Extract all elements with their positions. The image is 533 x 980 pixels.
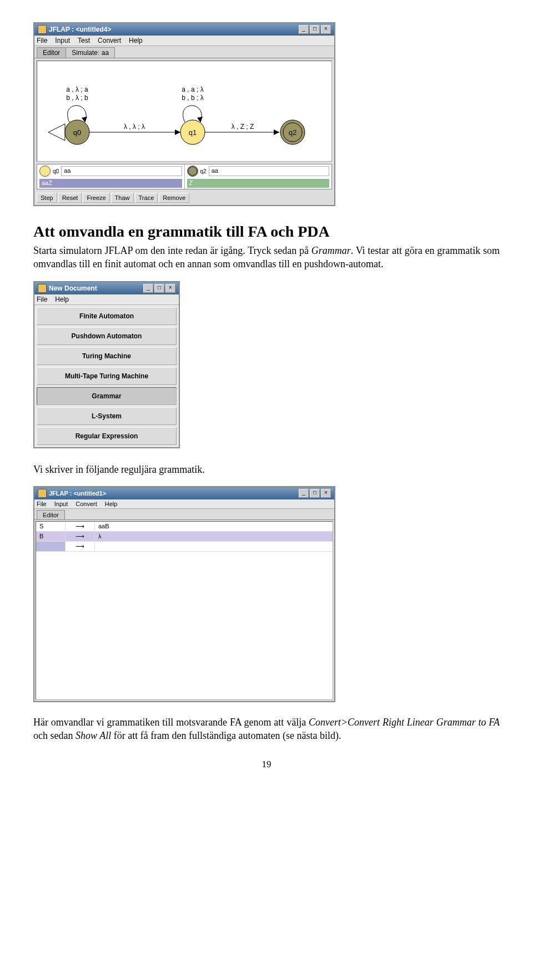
- menubar: File Help: [34, 294, 179, 305]
- tab-editor[interactable]: Editor: [37, 47, 66, 58]
- maximize-button[interactable]: □: [310, 25, 320, 34]
- paragraph-1: Starta simulatorn JFLAP om den inte reda…: [33, 244, 500, 271]
- menu-file[interactable]: File: [37, 501, 47, 507]
- tab-simulate[interactable]: Simulate: aa: [66, 47, 115, 58]
- app-icon: [38, 25, 47, 34]
- close-button[interactable]: ×: [165, 284, 175, 293]
- svg-marker-15: [274, 129, 279, 135]
- grammar-lhs[interactable]: B: [36, 532, 66, 541]
- menu-file[interactable]: File: [37, 37, 47, 44]
- titlebar[interactable]: JFLAP : <untitled4> _ □ ×: [34, 23, 334, 36]
- svg-text:a , a ; λ: a , a ; λ: [182, 86, 203, 93]
- sim-tape: aa: [61, 166, 182, 176]
- btn-multitape-turing[interactable]: Multi-Tape Turing Machine: [37, 367, 177, 385]
- grammar-rhs[interactable]: λ: [95, 532, 333, 541]
- grammar-row[interactable]: B ⟶ λ: [36, 532, 333, 542]
- maximize-button[interactable]: □: [154, 284, 164, 293]
- sim-state-icon: [39, 166, 51, 177]
- btn-turing-machine[interactable]: Turing Machine: [37, 347, 177, 365]
- sim-state-label: q0: [53, 168, 59, 174]
- app-icon: [38, 284, 47, 293]
- page-number: 19: [33, 759, 500, 770]
- close-button[interactable]: ×: [321, 25, 331, 34]
- grammar-lhs[interactable]: [36, 542, 66, 551]
- menu-convert[interactable]: Convert: [98, 37, 121, 44]
- sim-tape: aa: [209, 166, 329, 176]
- para1-a: Starta simulatorn JFLAP om den inte reda…: [33, 245, 311, 256]
- para1-b-ital: Grammar: [311, 245, 351, 256]
- titlebar[interactable]: New Document _ □ ×: [34, 282, 179, 294]
- sim-button-row: Step Reset Freeze Thaw Trace Remove: [34, 191, 334, 205]
- grammar-table[interactable]: S ⟶ aaB B ⟶ λ ⟶: [36, 521, 333, 700]
- svg-text:a , λ ; a: a , λ ; a: [66, 86, 88, 93]
- grammar-lhs[interactable]: S: [36, 522, 66, 531]
- menu-help[interactable]: Help: [55, 296, 69, 303]
- minimize-button[interactable]: _: [299, 25, 309, 34]
- svg-text:b , λ ; b: b , λ ; b: [66, 94, 88, 102]
- svg-text:q0: q0: [73, 128, 81, 137]
- maximize-button[interactable]: □: [310, 489, 320, 498]
- freeze-button[interactable]: Freeze: [83, 193, 109, 203]
- grammar-arrow: ⟶: [66, 542, 95, 551]
- grammar-row[interactable]: ⟶: [36, 542, 333, 552]
- para3-e: för att få fram den fullständiga automat…: [111, 730, 341, 741]
- para3-b-ital: Convert>Convert Right Linear Grammar to …: [309, 717, 500, 728]
- menu-help[interactable]: Help: [129, 37, 143, 44]
- minimize-button[interactable]: _: [299, 489, 309, 498]
- svg-text:b , b ; λ: b , b ; λ: [182, 94, 203, 102]
- thaw-button[interactable]: Thaw: [111, 193, 134, 203]
- window-controls: _ □ ×: [299, 25, 331, 34]
- sim-state-icon: [187, 166, 198, 177]
- automaton-svg: q0 a , λ ; a b , λ ; b λ , λ ; λ q1 a , …: [37, 61, 331, 161]
- menu-file[interactable]: File: [37, 296, 47, 303]
- jflap-grammar-window: JFLAP : <untitled1> _ □ × File Input Con…: [33, 486, 335, 702]
- window-title: JFLAP : <untitled1>: [49, 490, 296, 497]
- btn-regular-expression[interactable]: Regular Expression: [37, 427, 177, 445]
- svg-text:λ , λ ; λ: λ , λ ; λ: [124, 123, 145, 131]
- menu-input[interactable]: Input: [55, 37, 70, 44]
- menu-convert[interactable]: Convert: [76, 501, 97, 507]
- svg-text:λ , Z ; Z: λ , Z ; Z: [232, 123, 254, 131]
- titlebar[interactable]: JFLAP : <untitled1> _ □ ×: [34, 487, 334, 499]
- window-title: JFLAP : <untitled4>: [49, 26, 296, 33]
- svg-text:q2: q2: [289, 128, 296, 137]
- step-button[interactable]: Step: [37, 193, 57, 203]
- reset-button[interactable]: Reset: [58, 193, 82, 203]
- window-controls: _ □ ×: [143, 284, 175, 293]
- sim-cell-right[interactable]: q2 aa Z: [185, 164, 332, 189]
- tab-editor[interactable]: Editor: [37, 510, 65, 519]
- remove-button[interactable]: Remove: [159, 193, 189, 203]
- grammar-row[interactable]: S ⟶ aaB: [36, 522, 333, 532]
- svg-marker-0: [48, 124, 65, 141]
- menu-input[interactable]: Input: [54, 501, 68, 507]
- section-heading: Att omvandla en grammatik till FA och PD…: [33, 223, 500, 241]
- paragraph-3: Här omvandlar vi grammatiken till motsva…: [33, 716, 500, 743]
- btn-pushdown-automaton[interactable]: Pushdown Automaton: [37, 327, 177, 345]
- jflap-sim-window: JFLAP : <untitled4> _ □ × File Input Tes…: [33, 22, 335, 206]
- grammar-rhs[interactable]: [95, 542, 333, 551]
- window-title: New Document: [49, 284, 141, 292]
- sim-state-label: q2: [200, 168, 207, 174]
- btn-finite-automaton[interactable]: Finite Automaton: [37, 307, 177, 325]
- trace-button[interactable]: Trace: [135, 193, 158, 203]
- svg-marker-7: [175, 129, 180, 135]
- menubar: File Input Test Convert Help: [34, 36, 334, 46]
- sim-cell-left[interactable]: q0 aa aaZ: [37, 164, 185, 189]
- para3-d-ital: Show All: [76, 730, 111, 741]
- menu-test[interactable]: Test: [78, 37, 90, 44]
- grammar-arrow: ⟶: [66, 532, 95, 541]
- minimize-button[interactable]: _: [143, 284, 153, 293]
- grammar-rhs[interactable]: aaB: [95, 522, 333, 531]
- new-document-window: New Document _ □ × File Help Finite Auto…: [33, 281, 180, 448]
- para3-c: och sedan: [33, 730, 76, 741]
- paragraph-2: Vi skriver in följande reguljära grammat…: [33, 463, 500, 476]
- automaton-canvas[interactable]: q0 a , λ ; a b , λ ; b λ , λ ; λ q1 a , …: [37, 61, 332, 162]
- btn-grammar[interactable]: Grammar: [37, 387, 177, 405]
- para3-a: Här omvandlar vi grammatiken till motsva…: [33, 717, 309, 728]
- menu-help[interactable]: Help: [105, 501, 118, 507]
- menubar: File Input Convert Help: [34, 499, 334, 509]
- tabbar: Editor: [34, 509, 334, 520]
- window-controls: _ □ ×: [299, 489, 331, 498]
- close-button[interactable]: ×: [321, 489, 331, 498]
- btn-l-system[interactable]: L-System: [37, 407, 177, 425]
